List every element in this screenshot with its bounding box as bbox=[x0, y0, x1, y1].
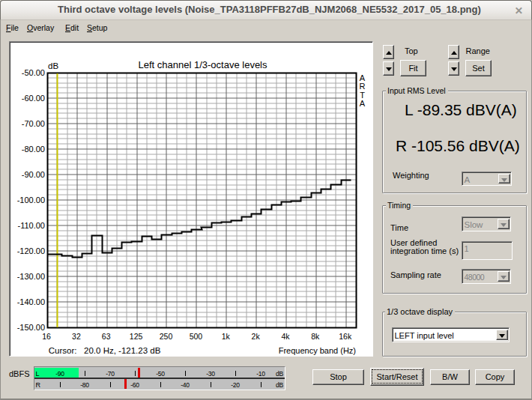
svg-text:250: 250 bbox=[159, 332, 172, 341]
svg-text:16: 16 bbox=[42, 332, 51, 341]
svg-text:-120.00: -120.00 bbox=[16, 246, 44, 255]
svg-text:4k: 4k bbox=[281, 332, 290, 341]
svg-text:-50.00: -50.00 bbox=[21, 67, 44, 76]
svg-text:-130.00: -130.00 bbox=[16, 271, 44, 280]
svg-text:-70.00: -70.00 bbox=[21, 118, 44, 127]
svg-text:Frequency band (Hz): Frequency band (Hz) bbox=[278, 345, 355, 354]
svg-text:500: 500 bbox=[189, 332, 202, 341]
svg-text:-150.00: -150.00 bbox=[16, 322, 44, 331]
svg-text:-140.00: -140.00 bbox=[16, 297, 44, 306]
svg-text:-100.00: -100.00 bbox=[16, 195, 44, 204]
svg-text:-80.00: -80.00 bbox=[21, 144, 44, 153]
svg-text:2k: 2k bbox=[251, 332, 260, 341]
svg-text:Left channel 1/3-octave levels: Left channel 1/3-octave levels bbox=[138, 58, 267, 70]
svg-text:dB: dB bbox=[48, 61, 58, 70]
svg-text:R: R bbox=[359, 82, 365, 91]
svg-text:-60.00: -60.00 bbox=[21, 93, 44, 102]
svg-text:16k: 16k bbox=[339, 332, 352, 341]
svg-text:8k: 8k bbox=[311, 332, 320, 341]
svg-text:T: T bbox=[360, 90, 365, 99]
svg-text:32: 32 bbox=[72, 332, 81, 341]
svg-text:1k: 1k bbox=[221, 332, 230, 341]
svg-text:125: 125 bbox=[129, 332, 142, 341]
svg-text:-90.00: -90.00 bbox=[21, 169, 44, 178]
svg-text:63: 63 bbox=[101, 332, 110, 341]
svg-text:Cursor: 20.0 Hz, -121.23 dB: Cursor: 20.0 Hz, -121.23 dB bbox=[48, 345, 160, 354]
svg-text:-110.00: -110.00 bbox=[17, 220, 45, 229]
svg-text:A: A bbox=[359, 73, 365, 82]
svg-text:A: A bbox=[359, 99, 365, 108]
